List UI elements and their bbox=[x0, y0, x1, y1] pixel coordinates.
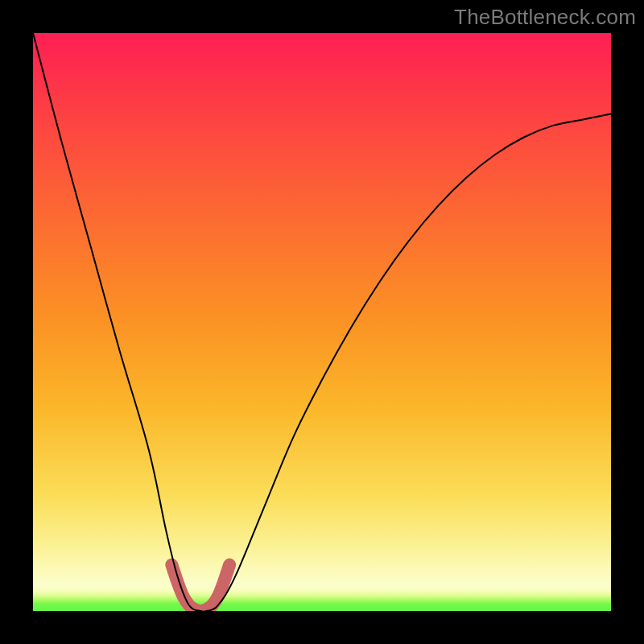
chart-frame: TheBottleneck.com bbox=[0, 0, 644, 644]
gradient-background bbox=[33, 33, 611, 611]
watermark-text: TheBottleneck.com bbox=[454, 5, 636, 30]
chart-svg bbox=[33, 33, 611, 611]
plot-area bbox=[33, 33, 611, 611]
